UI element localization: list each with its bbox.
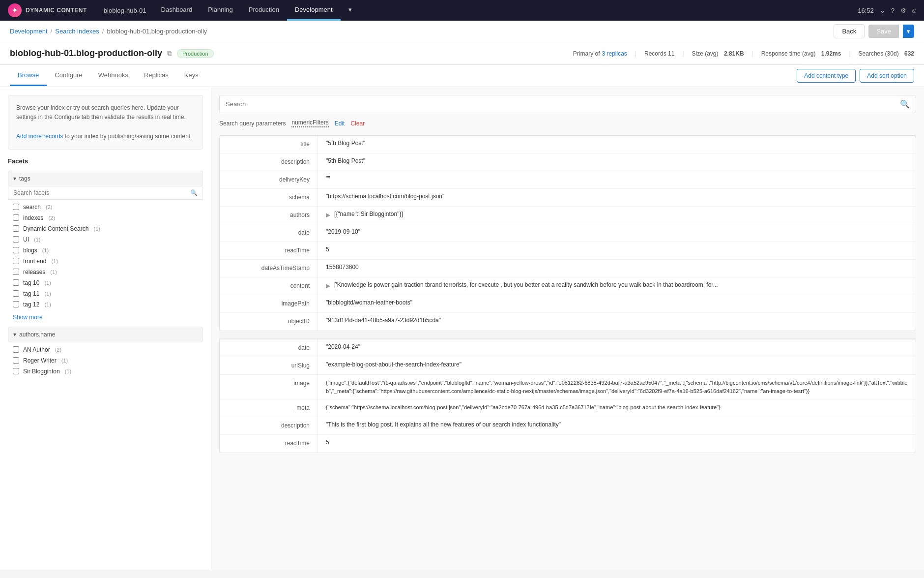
stat-size: Size (avg) 2.81KB xyxy=(692,50,744,57)
facet-authors-chevron: ▾ xyxy=(13,331,16,338)
tabs-actions: Add content type Add sort option xyxy=(797,65,914,87)
result-val-date: "2019-09-10" xyxy=(318,224,916,242)
list-item: AN Author (2) xyxy=(8,344,203,355)
facet-checkbox-sir-blogginton[interactable] xyxy=(13,368,19,374)
left-sidebar: Browse your index or try out search quer… xyxy=(0,87,211,570)
nav-tab-dashboard[interactable]: Dashboard xyxy=(153,0,201,21)
nav-tab-production[interactable]: Production xyxy=(241,0,287,21)
facet-checkbox-indexes[interactable] xyxy=(13,214,19,221)
show-more-link[interactable]: Show more xyxy=(13,314,198,321)
save-button[interactable]: Save xyxy=(868,25,899,38)
results-table-record2: date "2020-04-24" urlSlug "example-blog-… xyxy=(219,339,916,453)
facet-checkbox-tag10[interactable] xyxy=(13,279,19,286)
facet-label-search: search xyxy=(23,204,41,211)
table-row: schema "https://schema.localhost.com/blo… xyxy=(220,189,916,207)
facet-tags-search-row: 🔍 xyxy=(8,186,203,200)
result-val-date2: "2020-04-24" xyxy=(318,339,916,357)
result-key-image: image xyxy=(220,375,318,399)
result-val-urlslug: "example-blog-post-about-the-search-inde… xyxy=(318,357,916,374)
facet-count-search: (2) xyxy=(46,204,52,210)
search-icon: 🔍 xyxy=(900,99,910,109)
tab-configure[interactable]: Configure xyxy=(47,65,90,86)
expand-arrow-content: ▶ xyxy=(326,282,330,289)
result-key-readtime2: readTime xyxy=(220,435,318,453)
tab-webhooks[interactable]: Webhooks xyxy=(90,65,136,86)
info-text: Browse your index or try out search quer… xyxy=(16,104,186,121)
breadcrumb-search-indexes[interactable]: Search indexes xyxy=(55,28,99,35)
facet-checkbox-tag11[interactable] xyxy=(13,290,19,297)
facet-label-blogs: blogs xyxy=(23,247,37,254)
instance-tab[interactable]: bloblog-hub-01 xyxy=(97,0,153,21)
facet-checkbox-blogs[interactable] xyxy=(13,247,19,253)
facet-label-releases: releases xyxy=(23,269,45,275)
stat-records: Records 11 xyxy=(644,50,674,57)
tab-keys[interactable]: Keys xyxy=(176,65,206,86)
nav-logout-icon[interactable]: ⎋ xyxy=(912,7,916,14)
table-row: image {"image":{"defaultHost":"i1-qa.adi… xyxy=(220,375,916,399)
search-input[interactable] xyxy=(226,100,900,108)
facet-checkbox-roger-writer[interactable] xyxy=(13,357,19,364)
tab-replicas[interactable]: Replicas xyxy=(136,65,176,86)
query-clear-link[interactable]: Clear xyxy=(350,120,365,127)
nav-help-icon[interactable]: ? xyxy=(891,7,895,14)
facet-count-an-author: (2) xyxy=(55,347,61,353)
main-layout: Browse your index or try out search quer… xyxy=(0,87,924,570)
stat-response: Response time (avg) 1.92ms xyxy=(761,50,841,57)
result-key-meta: _meta xyxy=(220,399,318,417)
top-nav-right: 16:52 ⌄ ? ⚙ ⎋ xyxy=(858,7,916,14)
search-bar-row: 🔍 xyxy=(219,95,916,113)
add-more-records-link[interactable]: Add more records xyxy=(16,133,63,140)
result-val-readtime: 5 xyxy=(318,242,916,259)
facet-checkbox-releases[interactable] xyxy=(13,269,19,275)
list-item: UI (1) xyxy=(8,234,203,245)
facet-checkbox-frontend[interactable] xyxy=(13,258,19,264)
facet-count-blogs: (1) xyxy=(42,247,49,253)
facet-authors-header[interactable]: ▾ authors.name xyxy=(8,327,203,342)
table-row: title "5th Blog Post" xyxy=(220,136,916,153)
query-numeric-filters-tag[interactable]: numericFilters xyxy=(291,119,328,127)
result-val-deliverykey: "" xyxy=(318,171,916,188)
copy-icon[interactable]: ⧉ xyxy=(167,49,172,58)
facet-tags-search-input[interactable] xyxy=(13,189,190,196)
facet-checkbox-tag12[interactable] xyxy=(13,301,19,307)
query-edit-link[interactable]: Edit xyxy=(335,120,345,127)
nav-tab-planning[interactable]: Planning xyxy=(200,0,241,21)
result-val-title: "5th Blog Post" xyxy=(318,136,916,153)
nav-tab-development[interactable]: Development xyxy=(287,0,341,21)
expand-arrow-authors: ▶ xyxy=(326,212,330,218)
list-item: Roger Writer (1) xyxy=(8,355,203,366)
facet-checkbox-ui[interactable] xyxy=(13,236,19,243)
table-row: date "2020-04-24" xyxy=(220,339,916,357)
list-item: tag 10 (1) xyxy=(8,277,203,288)
logo-icon: ✦ xyxy=(8,3,22,17)
result-val-content[interactable]: ▶ ['Knowledge is power gain traction tbr… xyxy=(318,277,916,295)
replicas-link[interactable]: 3 replicas xyxy=(602,50,627,57)
add-more-suffix: to your index by publishing/saving some … xyxy=(65,133,192,140)
add-sort-option-button[interactable]: Add sort option xyxy=(860,69,914,83)
nav-expand-icon[interactable]: ⌄ xyxy=(880,7,885,14)
result-val-authors[interactable]: ▶ [{"name":"Sir Blogginton"}] xyxy=(318,207,916,224)
nav-settings-icon[interactable]: ⚙ xyxy=(900,7,906,14)
result-key-datetimestamp: dateAsTimeStamp xyxy=(220,260,318,277)
facet-checkbox-dcs[interactable] xyxy=(13,225,19,232)
nav-dropdown-arrow[interactable]: ▾ xyxy=(341,0,360,21)
facet-label-tag11: tag 11 xyxy=(23,290,39,297)
breadcrumb: Development / Search indexes / bloblog-h… xyxy=(10,28,207,35)
logo[interactable]: ✦ DYNAMIC CONTENT xyxy=(8,3,87,17)
facet-checkbox-search[interactable] xyxy=(13,204,19,210)
tab-browse[interactable]: Browse xyxy=(10,65,47,86)
table-row: description "This is the first blog post… xyxy=(220,417,916,435)
add-content-type-button[interactable]: Add content type xyxy=(797,69,856,83)
table-row: content ▶ ['Knowledge is power gain trac… xyxy=(220,277,916,295)
save-dropdown-button[interactable]: ▾ xyxy=(903,25,914,38)
breadcrumb-development[interactable]: Development xyxy=(10,28,48,35)
facet-count-roger-writer: (1) xyxy=(61,358,68,364)
facet-tags-header[interactable]: ▾ tags xyxy=(8,171,203,186)
table-row: urlSlug "example-blog-post-about-the-sea… xyxy=(220,357,916,375)
facet-checkbox-an-author[interactable] xyxy=(13,346,19,353)
back-button[interactable]: Back xyxy=(834,24,865,38)
result-key-title: title xyxy=(220,136,318,153)
facet-count-tag12: (1) xyxy=(44,302,51,307)
facet-count-releases: (1) xyxy=(50,269,57,275)
breadcrumb-bar: Development / Search indexes / bloblog-h… xyxy=(0,21,924,42)
